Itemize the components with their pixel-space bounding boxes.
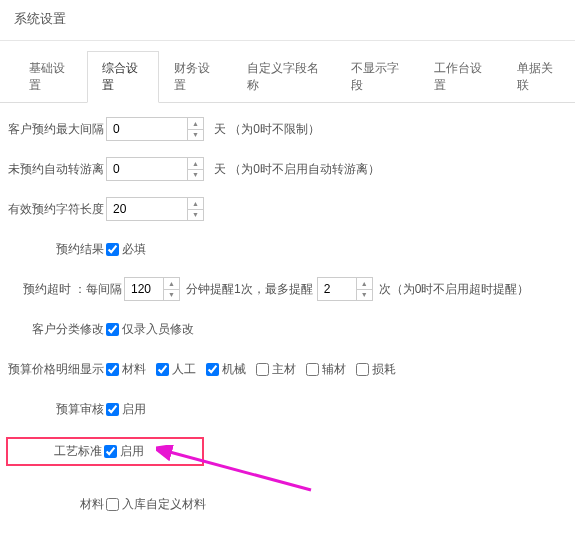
auto-away-input[interactable]	[107, 158, 187, 180]
craft-standard-highlight: 工艺标准 启用	[6, 437, 204, 466]
settings-form: 客户预约最大间隔 ▲▼ 天 （为0时不限制） 未预约自动转游离 ▲▼ 天 （为0…	[0, 103, 575, 533]
timeout-interval-stepper[interactable]: ▲▼	[124, 277, 180, 301]
spin-down-icon[interactable]: ▼	[188, 210, 203, 221]
budget-opt-0[interactable]: 材料	[106, 361, 146, 378]
tab-basic[interactable]: 基础设置	[14, 51, 87, 103]
tab-bar: 基础设置 综合设置 财务设置 自定义字段名称 不显示字段 工作台设置 单据关联	[0, 51, 575, 103]
spin-up-icon[interactable]: ▲	[164, 278, 179, 290]
category-mod-checkbox[interactable]: 仅录入员修改	[106, 321, 194, 338]
max-interval-stepper[interactable]: ▲▼	[106, 117, 204, 141]
craft-std-checkbox[interactable]: 启用	[104, 443, 144, 460]
timeout-mid-text: 分钟提醒1次，最多提醒	[186, 281, 313, 298]
result-required-checkbox[interactable]: 必填	[106, 241, 146, 258]
timeout-max-input[interactable]	[318, 278, 356, 300]
result-required-input[interactable]	[106, 243, 119, 256]
material-checkbox[interactable]: 入库自定义材料	[106, 496, 206, 513]
spin-down-icon[interactable]: ▼	[357, 290, 372, 301]
category-mod-text: 仅录入员修改	[122, 321, 194, 338]
budget-audit-input[interactable]	[106, 403, 119, 416]
craft-std-input[interactable]	[104, 445, 117, 458]
spin-down-icon[interactable]: ▼	[188, 170, 203, 181]
spin-down-icon[interactable]: ▼	[188, 130, 203, 141]
timeout-suffix: 次（为0时不启用超时提醒）	[379, 281, 530, 298]
spin-up-icon[interactable]: ▲	[188, 118, 203, 130]
craft-std-text: 启用	[120, 443, 144, 460]
result-required-text: 必填	[122, 241, 146, 258]
tab-workbench[interactable]: 工作台设置	[419, 51, 502, 103]
timeout-max-stepper[interactable]: ▲▼	[317, 277, 373, 301]
label-material: 材料	[6, 496, 106, 513]
material-text: 入库自定义材料	[122, 496, 206, 513]
category-mod-input[interactable]	[106, 323, 119, 336]
label-auto-away: 未预约自动转游离	[6, 161, 106, 178]
spin-up-icon[interactable]: ▲	[357, 278, 372, 290]
auto-away-suffix: 天 （为0时不启用自动转游离）	[214, 161, 380, 178]
auto-away-stepper[interactable]: ▲▼	[106, 157, 204, 181]
field-length-input[interactable]	[107, 198, 187, 220]
spin-down-icon[interactable]: ▼	[164, 290, 179, 301]
budget-opt-3[interactable]: 主材	[256, 361, 296, 378]
spin-up-icon[interactable]: ▲	[188, 158, 203, 170]
budget-opt-2[interactable]: 机械	[206, 361, 246, 378]
label-budget-detail: 预算价格明细显示	[6, 361, 106, 378]
tab-doc-link[interactable]: 单据关联	[502, 51, 575, 103]
label-craft-std: 工艺标准	[10, 443, 104, 460]
budget-opt-5[interactable]: 损耗	[356, 361, 396, 378]
tab-general[interactable]: 综合设置	[87, 51, 160, 103]
label-field-length: 有效预约字符长度	[6, 201, 106, 218]
budget-opt-1[interactable]: 人工	[156, 361, 196, 378]
max-interval-input[interactable]	[107, 118, 187, 140]
label-budget-audit: 预算审核	[6, 401, 106, 418]
tab-finance[interactable]: 财务设置	[159, 51, 232, 103]
page-title: 系统设置	[0, 0, 575, 41]
budget-opt-4[interactable]: 辅材	[306, 361, 346, 378]
field-length-stepper[interactable]: ▲▼	[106, 197, 204, 221]
spin-up-icon[interactable]: ▲	[188, 198, 203, 210]
material-input[interactable]	[106, 498, 119, 511]
timeout-interval-input[interactable]	[125, 278, 163, 300]
budget-audit-text: 启用	[122, 401, 146, 418]
budget-audit-checkbox[interactable]: 启用	[106, 401, 146, 418]
tab-hidden-fields[interactable]: 不显示字段	[336, 51, 419, 103]
tab-custom-fields[interactable]: 自定义字段名称	[232, 51, 336, 103]
label-category-mod: 客户分类修改	[6, 321, 106, 338]
max-interval-suffix: 天 （为0时不限制）	[214, 121, 320, 138]
label-result: 预约结果	[6, 241, 106, 258]
label-timeout: 预约超时 ：每间隔	[6, 281, 124, 298]
label-max-interval: 客户预约最大间隔	[6, 121, 106, 138]
